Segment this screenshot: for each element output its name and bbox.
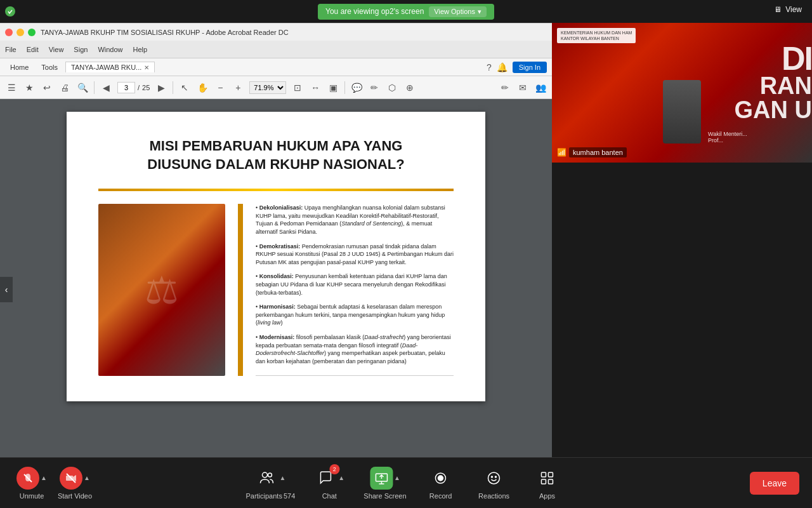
page-number-input[interactable]	[117, 82, 135, 93]
share-icon[interactable]: 👥	[534, 81, 547, 94]
bullet-2: • Demokratisasi: Pendemokrasian rumusan …	[256, 243, 454, 267]
window-controls	[5, 29, 36, 36]
unmute-button[interactable]: ▲ Unmute	[13, 467, 51, 500]
tab-close-icon[interactable]: ✕	[144, 64, 149, 71]
adobe-tab-bar: Home Tools TANYA-JAWAB RKU... ✕ ? 🔔 Sign…	[0, 58, 552, 76]
menu-file[interactable]: File	[5, 46, 16, 53]
tab-tools[interactable]: Tools	[36, 64, 63, 71]
video-overlay-text3: GAN U	[735, 98, 812, 122]
next-page-icon[interactable]: ▶	[155, 81, 167, 94]
zoom-in-icon[interactable]: +	[232, 81, 244, 94]
view-label[interactable]: View	[785, 5, 802, 14]
highlight-icon[interactable]: ⬡	[386, 81, 398, 94]
zoom-out-icon[interactable]: −	[214, 81, 226, 94]
menu-sign[interactable]: Sign	[74, 46, 88, 53]
participants-icon	[255, 467, 278, 490]
comment-icon[interactable]: 💬	[350, 81, 363, 94]
adobe-menu-bar: File Edit View Sign Window Help	[0, 41, 552, 58]
leave-button[interactable]: Leave	[750, 472, 799, 495]
page-separator: /	[138, 84, 140, 91]
bullet-4: • Harmonisasi: Sebagai bentuk adaptasi &…	[256, 303, 454, 327]
menu-window[interactable]: Window	[98, 46, 122, 53]
window-close-button[interactable]	[5, 29, 13, 36]
help-icon[interactable]: ?	[487, 62, 492, 72]
fit-width-icon[interactable]: ↔	[309, 81, 322, 94]
video-overlay-text: DI	[782, 42, 812, 75]
tab-document[interactable]: TANYA-JAWAB RKU... ✕	[65, 62, 155, 72]
apps-label: Apps	[539, 492, 555, 500]
reactions-button[interactable]: Reactions	[475, 467, 513, 500]
toolbar-right: Leave	[750, 472, 799, 495]
divider2	[173, 81, 173, 94]
window-maximize-button[interactable]	[28, 29, 36, 36]
menu-edit[interactable]: Edit	[27, 46, 39, 53]
search-icon[interactable]: 🔍	[76, 81, 89, 94]
svg-point-11	[495, 476, 497, 478]
stamp-icon[interactable]: ⊕	[403, 81, 416, 94]
divider3	[344, 81, 345, 94]
chat-button[interactable]: 2 ▲ Chat	[310, 467, 348, 500]
record-icon	[429, 467, 452, 490]
sign-in-button[interactable]: Sign In	[513, 62, 547, 73]
print-icon[interactable]: 🖨	[58, 81, 71, 94]
svg-point-4	[262, 472, 267, 478]
share-screen-button[interactable]: ▲ Share Screen	[363, 467, 406, 500]
back-icon[interactable]: ↩	[41, 81, 53, 94]
record-label: Record	[429, 492, 452, 500]
menu-view[interactable]: View	[49, 46, 64, 53]
reactions-icon	[483, 467, 506, 490]
banner-text: You are viewing op2's screen	[325, 7, 424, 16]
fit-page-icon[interactable]: ⊡	[291, 81, 304, 94]
apps-icon	[536, 467, 559, 490]
toolbar-center: ▲ Participants 574 2 ▲	[246, 467, 566, 500]
video-name: kumham banten	[569, 147, 627, 157]
signal-icon: 📶	[557, 148, 566, 157]
window-minimize-button[interactable]	[16, 29, 24, 36]
chat-icon: 2	[314, 467, 337, 490]
hand-tool-icon[interactable]: ✋	[196, 81, 209, 94]
start-video-caret[interactable]: ▲	[84, 474, 90, 481]
select-tool-icon[interactable]: ↖	[178, 81, 191, 94]
pen-icon[interactable]: ✏	[368, 81, 381, 94]
video-thumbnail: KEMENTERIAN HUKUM DAN HAMKANTOR WILAYAH …	[552, 23, 812, 163]
bullet-5: • Modernisasi: filosofi pembalasan klasi…	[256, 333, 454, 365]
bookmark-icon[interactable]: ★	[23, 81, 36, 94]
pdf-bottom-line	[256, 375, 454, 376]
page-thumbnail-icon[interactable]: ☰	[5, 81, 18, 94]
chat-label: Chat	[322, 492, 337, 500]
divider	[94, 81, 95, 94]
video-off-icon	[60, 467, 82, 490]
edit-icon[interactable]: ✏	[499, 81, 511, 94]
status-dot	[5, 6, 15, 17]
start-video-button[interactable]: ▲ Start Video	[56, 467, 94, 500]
side-panel: KEMENTERIAN HUKUM DAN HAMKANTOR WILAYAH …	[552, 23, 812, 480]
chat-caret[interactable]: ▲	[338, 474, 344, 481]
dark-panel	[552, 163, 812, 480]
svg-point-8	[438, 476, 443, 481]
view-options-label: View Options	[434, 8, 475, 15]
record-button[interactable]: Record	[422, 467, 460, 500]
share-screen-caret[interactable]: ▲	[394, 474, 400, 481]
svg-rect-14	[542, 479, 546, 484]
zoom-select[interactable]: 71.9% 50% 75% 100%	[249, 81, 286, 94]
video-subtitle: Wakil Menteri...Prof...	[708, 131, 747, 144]
participants-caret[interactable]: ▲	[279, 474, 285, 481]
prev-page-arrow[interactable]: ‹	[0, 277, 13, 302]
video-label: 📶 kumham banten	[557, 147, 627, 157]
mail-icon[interactable]: ✉	[516, 81, 529, 94]
bullet-1: • Dekolonialisasi: Upaya menghilangkan n…	[256, 204, 454, 236]
svg-point-9	[488, 472, 500, 484]
main-content: TANYA-JAWAB RKUHP TIM SOSIALISASI RKUHP …	[0, 23, 812, 480]
unmute-caret[interactable]: ▲	[41, 474, 47, 481]
apps-button[interactable]: Apps	[528, 467, 566, 500]
tab-home[interactable]: Home	[5, 64, 34, 71]
notification-icon[interactable]: 🔔	[497, 62, 508, 72]
view-options-button[interactable]: View Options ▾	[429, 6, 487, 17]
tab-actions: ? 🔔 Sign In	[487, 62, 547, 73]
pdf-content: ‹ MISI PEMBARUAN HUKUM APA YANGDIUSUNG D…	[0, 99, 552, 480]
menu-help[interactable]: Help	[133, 46, 148, 53]
prev-page-icon[interactable]: ◀	[100, 81, 112, 94]
participants-button[interactable]: ▲ Participants 574	[246, 467, 295, 500]
presentation-icon[interactable]: ▣	[327, 81, 339, 94]
pdf-text-content: • Dekolonialisasi: Upaya menghilangkan n…	[256, 204, 454, 376]
